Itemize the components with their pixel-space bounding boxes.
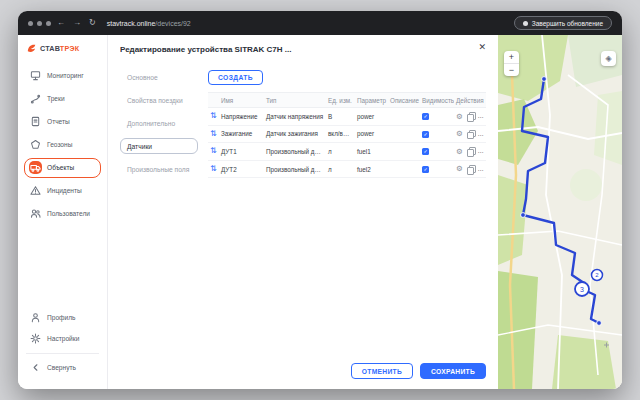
- sidebar-item-objects[interactable]: Объекты: [24, 158, 101, 178]
- sensor-name: ДУТ1: [219, 143, 264, 161]
- back-icon[interactable]: ←: [55, 19, 67, 27]
- col-drag: [208, 93, 219, 108]
- collapse-icon: [29, 361, 42, 374]
- sidebar-item-tracks[interactable]: Треки: [24, 89, 101, 109]
- col-actions: Действия: [454, 93, 486, 108]
- sensor-settings-icon[interactable]: ⚙: [456, 165, 463, 173]
- copy-icon[interactable]: [467, 147, 474, 155]
- visibility-checkbox[interactable]: [422, 166, 429, 173]
- browser-window: ← → ↻ stavtrack.online/devices/92 Заверш…: [18, 11, 622, 389]
- table-row[interactable]: ⇅ Зажигание Датчик зажигания вкл/выкл po…: [208, 125, 486, 143]
- table-row[interactable]: ⇅ Напряжение Датчик напряжения В power ⚙: [208, 108, 486, 126]
- col-description: Описание: [388, 93, 420, 108]
- sensors-table: Имя Тип Ед. изм. Параметр Описание Видим…: [208, 92, 486, 178]
- drag-handle-icon[interactable]: ⇅: [210, 129, 217, 138]
- route-point-marker: [597, 321, 602, 326]
- table-row[interactable]: ⇅ ДУТ1 Произвольный датчик л fuel1 ⚙: [208, 143, 486, 161]
- window-minimize-icon[interactable]: [37, 21, 42, 26]
- create-button[interactable]: СОЗДАТЬ: [208, 70, 263, 85]
- sidebar-item-incidents[interactable]: Инциденты: [24, 181, 101, 201]
- sensor-param: fuel2: [355, 160, 388, 178]
- modal-tab-list: Основное Свойства поездки Дополнительно …: [120, 66, 198, 178]
- map-canvas[interactable]: 2 3: [498, 35, 622, 389]
- map-panel[interactable]: 2 3 + − ◈: [498, 35, 622, 389]
- sensor-description: [388, 143, 420, 161]
- sensor-param: fuel1: [355, 143, 388, 161]
- tab-sensors[interactable]: Датчики: [120, 138, 198, 154]
- sidebar-item-collapse[interactable]: Свернуть: [24, 358, 101, 378]
- brand-icon: [26, 43, 37, 54]
- users-icon: [29, 207, 42, 220]
- zoom-control: + −: [504, 51, 519, 76]
- sensor-type: Датчик напряжения: [264, 108, 326, 126]
- copy-icon[interactable]: [467, 130, 474, 138]
- sensor-type: Произвольный датчик: [264, 143, 326, 161]
- close-icon[interactable]: ✕: [478, 43, 486, 52]
- col-param: Параметр: [355, 93, 388, 108]
- table-header-row: Имя Тип Ед. изм. Параметр Описание Видим…: [208, 93, 486, 108]
- tab-trip-properties[interactable]: Свойства поездки: [120, 92, 198, 108]
- address-bar[interactable]: stavtrack.online/devices/92: [107, 20, 191, 27]
- sensor-description: [388, 160, 420, 178]
- col-visibility: Видимость: [420, 93, 454, 108]
- svg-text:3: 3: [580, 286, 584, 293]
- update-status-icon: [523, 21, 528, 26]
- copy-icon[interactable]: [467, 165, 474, 173]
- zoom-in-button[interactable]: +: [504, 51, 519, 64]
- sensor-description: [388, 125, 420, 143]
- table-row[interactable]: ⇅ ДУТ2 Произвольный датчик л fuel2 ⚙: [208, 160, 486, 178]
- sensor-settings-icon[interactable]: ⚙: [456, 148, 463, 156]
- tab-general[interactable]: Основное: [120, 69, 198, 85]
- visibility-checkbox[interactable]: [422, 131, 429, 138]
- modal-title: Редактирование устройства SITRAK C7H ...: [120, 45, 486, 54]
- refresh-icon[interactable]: ↻: [87, 19, 98, 27]
- geozones-icon: [29, 138, 42, 151]
- device-edit-modal: Редактирование устройства SITRAK C7H ...…: [108, 35, 498, 389]
- sidebar-item-reports[interactable]: Отчеты: [24, 112, 101, 132]
- drag-handle-icon[interactable]: ⇅: [210, 111, 217, 120]
- sensor-unit: вкл/выкл: [326, 125, 355, 143]
- sidebar-item-geozones[interactable]: Геозоны: [24, 135, 101, 155]
- route-point-marker: [521, 213, 526, 218]
- col-type: Тип: [264, 93, 326, 108]
- tracks-icon: [29, 92, 42, 105]
- sidebar-item-profile[interactable]: Профиль: [24, 307, 101, 327]
- sidebar-item-monitoring[interactable]: Мониторинг: [24, 66, 101, 86]
- layers-button[interactable]: ◈: [601, 51, 616, 66]
- monitoring-icon: [29, 69, 42, 82]
- url-host: stavtrack.online: [107, 20, 156, 27]
- sidebar-item-users[interactable]: Пользователи: [24, 204, 101, 224]
- copy-icon[interactable]: [467, 112, 474, 120]
- window-maximize-icon[interactable]: [46, 21, 51, 26]
- drag-handle-icon[interactable]: ⇅: [210, 164, 217, 173]
- brand-name: СТАВТРЭК: [40, 44, 79, 53]
- window-close-icon[interactable]: [28, 21, 33, 26]
- visibility-checkbox[interactable]: [422, 148, 429, 155]
- drag-handle-icon[interactable]: ⇅: [210, 146, 217, 155]
- zoom-out-button[interactable]: −: [504, 64, 519, 76]
- finish-update-label: Завершить обновление: [532, 20, 603, 27]
- logo[interactable]: СТАВТРЭК: [24, 43, 101, 64]
- sensor-settings-icon[interactable]: ⚙: [456, 130, 463, 138]
- cancel-button[interactable]: ОТМЕНИТЬ: [351, 363, 413, 379]
- profile-icon: [29, 311, 42, 324]
- forward-icon[interactable]: →: [71, 19, 83, 27]
- sensor-settings-icon[interactable]: ⚙: [456, 113, 463, 121]
- objects-icon: [29, 161, 42, 174]
- save-button[interactable]: СОХРАНИТЬ: [420, 363, 486, 379]
- visibility-checkbox[interactable]: [422, 113, 429, 120]
- sensor-param: power: [355, 125, 388, 143]
- sensor-type: Датчик зажигания: [264, 125, 326, 143]
- tab-custom-fields[interactable]: Произвольные поля: [120, 161, 198, 177]
- incidents-icon: [29, 184, 42, 197]
- tab-additional[interactable]: Дополнительно: [120, 115, 198, 131]
- col-unit: Ед. изм.: [326, 93, 355, 108]
- sensor-description: [388, 108, 420, 126]
- sidebar-item-settings[interactable]: Настройки: [24, 329, 101, 349]
- sensor-name: Напряжение: [219, 108, 264, 126]
- col-name: Имя: [219, 93, 264, 108]
- sensor-type: Произвольный датчик: [264, 160, 326, 178]
- sensor-name: ДУТ2: [219, 160, 264, 178]
- finish-update-button[interactable]: Завершить обновление: [514, 16, 612, 30]
- sensor-name: Зажигание: [219, 125, 264, 143]
